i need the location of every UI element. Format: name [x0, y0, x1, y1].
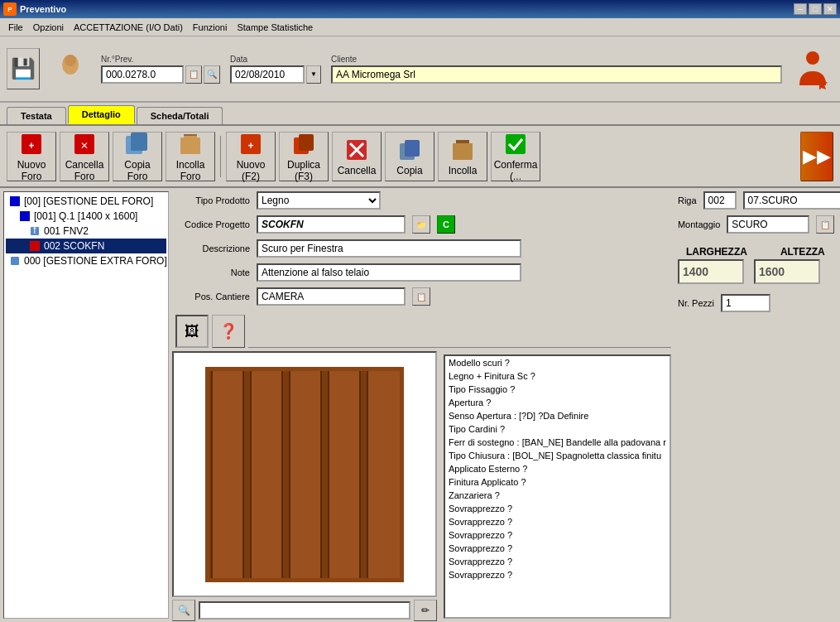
- note-row: Note: [175, 263, 671, 282]
- codice-progetto-green[interactable]: C: [437, 215, 455, 234]
- nr-pezzi-input[interactable]: [721, 294, 770, 312]
- larghezza-header: LARGHEZZA: [686, 246, 747, 258]
- tree-item-fnv2[interactable]: f 001 FNV2: [6, 224, 166, 239]
- properties-list: Modello scuri ? Legno + Finitura Sc ? Ti…: [444, 354, 671, 619]
- pos-cantiere-btn[interactable]: 📋: [412, 287, 430, 306]
- copia-button[interactable]: Copia: [385, 132, 434, 181]
- prop-item-9[interactable]: Applicato Esterno ?: [445, 462, 670, 475]
- img-footer-btn-right[interactable]: ✏: [414, 600, 437, 621]
- image-panel: 🔍 ✏: [172, 351, 437, 622]
- wood-preview: [205, 367, 404, 582]
- img-tab-photo[interactable]: 🖼: [175, 315, 209, 348]
- menu-funzioni[interactable]: Funzioni: [188, 21, 233, 34]
- descrizione-input[interactable]: [257, 239, 521, 258]
- larghezza-input[interactable]: [678, 259, 744, 284]
- menu-opzioni[interactable]: Opzioni: [28, 21, 69, 34]
- prop-item-13[interactable]: Sovrapprezzo ?: [445, 515, 670, 528]
- incolla-button[interactable]: Incolla: [438, 132, 487, 181]
- scokfn-label: 002 SCOKFN: [44, 240, 104, 252]
- pos-cantiere-input[interactable]: [257, 287, 406, 306]
- maximize-button[interactable]: □: [809, 3, 822, 15]
- prop-item-10[interactable]: Finitura Applicato ?: [445, 475, 670, 489]
- prop-item-14[interactable]: Sovrapprezzo ?: [445, 528, 670, 542]
- cancella-button[interactable]: Cancella: [332, 132, 382, 181]
- prop-item-2[interactable]: Legno + Finitura Sc ?: [445, 369, 670, 383]
- close-button[interactable]: ✕: [823, 3, 837, 15]
- dim-headers: LARGHEZZA ALTEZZA: [678, 246, 840, 258]
- prop-item-5[interactable]: Senso Apertura : [?D] ?Da Definire: [445, 409, 670, 422]
- tab-testata[interactable]: Testata: [7, 107, 66, 124]
- copia-foro-button[interactable]: Copia Foro: [113, 132, 162, 181]
- cancella-foro-button[interactable]: ✕ Cancella Foro: [60, 132, 109, 181]
- prop-item-3[interactable]: Tipo Fissaggio ?: [445, 383, 670, 396]
- prop-item-4[interactable]: Apertura ?: [445, 396, 670, 409]
- toolbar-top: 💾 Nr.°Prev. 📋 🔍 Data ▼ Cliente: [0, 36, 840, 103]
- riga-code-input[interactable]: [743, 191, 840, 210]
- prop-item-1[interactable]: Modello scuri ?: [445, 356, 670, 369]
- tree-item-scokfn[interactable]: 002 SCOKFN: [6, 239, 166, 253]
- tree-item-q1[interactable]: [001] Q.1 [1400 x 1600]: [6, 209, 166, 224]
- tabbar: Testata Dettaglio Scheda/Totali: [0, 103, 840, 126]
- bottom-area: 🔍 ✏ Modello scuri ? Legno + Finitura Sc …: [172, 351, 674, 622]
- menu-stampe[interactable]: Stampe Statistiche: [232, 21, 318, 34]
- svg-rect-41: [367, 371, 400, 578]
- svg-rect-35: [290, 371, 321, 578]
- side-arrow-button[interactable]: ▶▶: [800, 132, 833, 181]
- tab-dettaglio[interactable]: Dettaglio: [68, 105, 135, 124]
- prop-item-11[interactable]: Zanzariera ?: [445, 489, 670, 502]
- image-footer-input[interactable]: [199, 601, 410, 620]
- nr-prev-input[interactable]: [101, 65, 184, 84]
- duplica-f3-button[interactable]: Duplica (F3): [279, 132, 329, 181]
- copia-label: Copia: [396, 165, 422, 176]
- montaggio-input[interactable]: [727, 215, 809, 234]
- nuovo-foro-button[interactable]: + Nuovo Foro: [7, 132, 56, 181]
- cancella-icon: [343, 137, 370, 163]
- img-tab-help[interactable]: ❓: [212, 315, 245, 348]
- minimize-button[interactable]: ─: [794, 3, 807, 15]
- cliente-label: Cliente: [331, 55, 782, 64]
- svg-rect-10: [180, 137, 200, 154]
- svg-rect-22: [453, 143, 473, 160]
- incolla-foro-button[interactable]: Incolla Foro: [166, 132, 215, 181]
- nuovo-foro-label: Nuovo Foro: [7, 159, 55, 182]
- prop-item-8[interactable]: Tipo Chiusura : [BOL_NE] Spagnoletta cla…: [445, 449, 670, 462]
- tree-item-extra-foro[interactable]: 000 [GESTIONE EXTRA FORO]: [6, 253, 166, 268]
- prop-item-15[interactable]: Sovrapprezzo ?: [445, 542, 670, 555]
- data-input[interactable]: [230, 65, 305, 84]
- tipo-prodotto-select[interactable]: Legno: [257, 191, 381, 210]
- date-dropdown[interactable]: ▼: [306, 65, 321, 84]
- nr-prev-btn1[interactable]: 📋: [185, 65, 202, 84]
- svg-rect-15: [299, 134, 314, 151]
- img-footer-btn-left[interactable]: 🔍: [172, 600, 195, 621]
- pos-cantiere-row: Pos. Cantiere 📋: [175, 287, 671, 306]
- tipo-prodotto-row: Tipo Prodotto Legno: [175, 191, 671, 210]
- prop-item-17[interactable]: Sovrapprezzo ?: [445, 568, 670, 581]
- svg-rect-11: [184, 136, 197, 138]
- copia-foro-label: Copia Foro: [113, 159, 161, 182]
- prop-item-12[interactable]: Sovrapprezzo ?: [445, 502, 670, 515]
- svg-rect-23: [506, 134, 526, 154]
- conferma-button[interactable]: Conferma (...: [491, 132, 540, 181]
- menubar: File Opzioni ACCETTAZIONE (I/O Dati) Fun…: [0, 18, 840, 36]
- prop-item-16[interactable]: Sovrapprezzo ?: [445, 555, 670, 568]
- menu-file[interactable]: File: [3, 21, 28, 34]
- codice-progetto-input[interactable]: [257, 215, 406, 234]
- altezza-input[interactable]: [754, 259, 820, 284]
- note-label: Note: [175, 268, 250, 277]
- prop-item-7[interactable]: Ferr di sostegno : [BAN_NE] Bandelle all…: [445, 436, 670, 449]
- montaggio-btn1[interactable]: 📋: [816, 215, 834, 234]
- codice-progetto-search[interactable]: 📁: [412, 215, 430, 234]
- menu-accettazione[interactable]: ACCETTAZIONE (I/O Dati): [69, 21, 188, 34]
- riga-input[interactable]: [703, 191, 737, 210]
- conferma-label: Conferma (...: [492, 159, 540, 182]
- save-button[interactable]: 💾: [7, 48, 40, 89]
- tree-item-gestione-foro[interactable]: [00] [GESTIONE DEL FORO]: [6, 194, 166, 209]
- tab-scheda-totali[interactable]: Scheda/Totali: [137, 107, 223, 124]
- nr-prev-btn2[interactable]: 🔍: [204, 65, 220, 84]
- dim-section: LARGHEZZA ALTEZZA: [678, 246, 840, 284]
- nuovo-f2-button[interactable]: + Nuovo (F2): [226, 132, 276, 181]
- note-input[interactable]: [257, 263, 521, 282]
- codice-progetto-label: Codice Progetto: [175, 219, 250, 229]
- prop-item-6[interactable]: Tipo Cardini ?: [445, 422, 670, 436]
- cliente-input[interactable]: [331, 65, 782, 84]
